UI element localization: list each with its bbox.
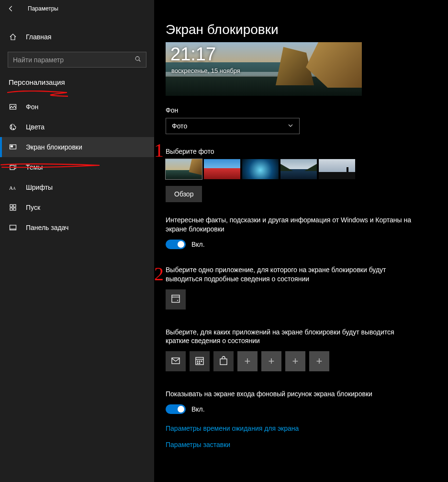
nav-list: Фон Цвета Экран блокировки Темы	[0, 97, 154, 238]
calendar-icon	[195, 356, 204, 367]
annotation-number-1: 1	[154, 139, 164, 161]
nav-label: Экран блокировки	[26, 143, 82, 151]
quick-app-slot-calendar[interactable]	[190, 351, 210, 371]
taskbar-icon	[9, 223, 17, 232]
facts-toggle-row: Вкл.	[166, 240, 437, 249]
quick-app-slot-store[interactable]	[213, 351, 234, 371]
search-box[interactable]	[8, 52, 146, 68]
photo-thumb[interactable]	[242, 159, 279, 179]
quick-app-slot-empty[interactable]: +	[309, 351, 329, 371]
settings-app: Параметры Главная Персонализация Фон	[0, 0, 448, 482]
titlebar: Параметры	[0, 0, 154, 17]
svg-point-30	[197, 363, 198, 364]
svg-point-27	[197, 361, 198, 362]
nav-item-fonts[interactable]: AA Шрифты	[0, 177, 154, 197]
svg-rect-10	[10, 205, 12, 207]
nav-item-background[interactable]: Фон	[0, 97, 154, 117]
calendar-icon	[171, 294, 180, 305]
svg-rect-7	[10, 165, 14, 170]
annotation-underline-personalization	[7, 91, 68, 97]
quick-apps-description: Выберите, для каких приложений на экране…	[166, 328, 414, 346]
photo-thumb[interactable]	[204, 159, 240, 179]
signin-toggle-label: Вкл.	[191, 405, 205, 413]
facts-toggle[interactable]	[166, 240, 186, 249]
svg-point-29	[201, 361, 202, 362]
background-label: Фон	[166, 106, 437, 114]
picture-icon	[9, 103, 17, 111]
svg-rect-13	[13, 208, 16, 210]
nav-item-lockscreen[interactable]: Экран блокировки	[0, 137, 154, 157]
svg-rect-24	[172, 358, 179, 364]
svg-point-31	[199, 363, 200, 364]
svg-text:A: A	[13, 186, 16, 191]
preview-date: воскресенье, 15 ноября	[171, 67, 240, 74]
quick-app-slot-empty[interactable]: +	[237, 351, 258, 371]
svg-point-3	[11, 127, 12, 128]
palette-icon	[9, 123, 17, 131]
lockscreen-preview: 21:17 воскресенье, 15 ноября	[166, 42, 362, 96]
link-screensaver[interactable]: Параметры заставки	[166, 441, 437, 448]
background-select[interactable]: Фото	[166, 118, 300, 134]
signin-toggle[interactable]	[166, 404, 186, 414]
svg-point-4	[13, 128, 14, 129]
nav-label: Цвета	[26, 123, 45, 131]
svg-rect-11	[13, 205, 16, 207]
svg-rect-12	[10, 208, 12, 210]
svg-text:A: A	[9, 185, 13, 191]
signin-toggle-row: Вкл.	[166, 404, 437, 414]
store-icon	[219, 356, 228, 367]
start-icon	[9, 203, 17, 212]
link-screen-timeout[interactable]: Параметры времени ожидания для экрана	[166, 425, 437, 432]
page-title: Экран блокировки	[166, 22, 437, 37]
nav-label: Пуск	[26, 204, 40, 211]
facts-description: Интересные факты, подсказки и другая инф…	[166, 216, 414, 234]
sidebar: Параметры Главная Персонализация Фон	[0, 0, 154, 482]
home-label: Главная	[26, 33, 51, 41]
nav-item-themes[interactable]: Темы	[0, 157, 154, 177]
quick-app-slot-mail[interactable]	[166, 351, 186, 371]
nav-item-taskbar[interactable]: Панель задач	[0, 218, 154, 238]
svg-point-28	[199, 361, 200, 362]
choose-photo-label: Выберите фото	[166, 148, 437, 155]
svg-rect-32	[220, 359, 227, 365]
back-icon[interactable]	[7, 4, 15, 13]
nav-label: Шрифты	[26, 184, 53, 191]
section-title: Персонализация	[0, 68, 154, 90]
detailed-app-description: Выберите одно приложение, для которого н…	[166, 265, 414, 284]
main-content: Экран блокировки 21:17 воскресенье, 15 н…	[154, 0, 448, 482]
facts-toggle-label: Вкл.	[191, 241, 205, 248]
signin-description: Показывать на экране входа фоновый рисун…	[166, 390, 414, 399]
browse-button[interactable]: Обзор	[166, 186, 202, 202]
quick-app-slot-empty[interactable]: +	[261, 351, 281, 371]
preview-time: 21:17	[170, 44, 216, 65]
nav-label: Фон	[26, 103, 38, 111]
mail-icon	[171, 356, 180, 367]
photo-thumb[interactable]	[280, 159, 317, 179]
svg-point-2	[11, 126, 12, 126]
lockscreen-icon	[9, 143, 17, 151]
home-nav[interactable]: Главная	[0, 28, 154, 46]
nav-label: Темы	[26, 163, 43, 171]
svg-rect-16	[172, 295, 179, 302]
themes-icon	[9, 163, 17, 172]
background-select-value: Фото	[172, 122, 187, 130]
fonts-icon: AA	[9, 183, 17, 192]
search-icon	[134, 56, 141, 64]
detailed-app-slot-calendar[interactable]	[166, 289, 186, 310]
svg-point-0	[135, 57, 139, 60]
home-icon	[9, 33, 17, 41]
search-container	[8, 52, 146, 68]
photo-thumb[interactable]	[166, 159, 202, 179]
chevron-down-icon	[288, 122, 293, 130]
nav-label: Панель задач	[26, 224, 68, 231]
nav-item-colors[interactable]: Цвета	[0, 117, 154, 137]
photo-thumbnails	[166, 159, 437, 179]
search-input[interactable]	[13, 56, 134, 64]
detailed-app-row	[166, 289, 437, 310]
quick-apps-row: + + + +	[166, 351, 437, 371]
quick-app-slot-empty[interactable]: +	[285, 351, 305, 371]
annotation-number-2: 2	[154, 263, 164, 285]
photo-thumb[interactable]	[319, 159, 355, 179]
window-title: Параметры	[28, 5, 58, 12]
nav-item-start[interactable]: Пуск	[0, 197, 154, 218]
